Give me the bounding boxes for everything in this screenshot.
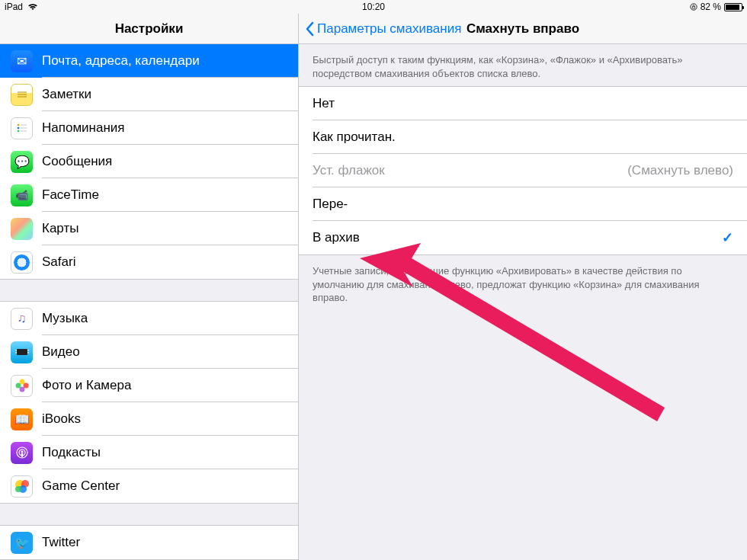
option-move[interactable]: Пере-	[299, 187, 747, 221]
svg-rect-14	[27, 352, 29, 354]
detail-pane: Быстрый доступ к таким функциям, как «Ко…	[299, 44, 747, 560]
sidebar-item-twitter[interactable]: 🐦 Twitter	[0, 526, 298, 559]
sidebar-item-facetime[interactable]: 📹 FaceTime	[0, 178, 298, 212]
page-title-master: Настройки	[115, 21, 184, 37]
sidebar-item-label: Фото и Камера	[42, 378, 131, 393]
reminders-icon	[11, 117, 33, 139]
nav-bar: Настройки Параметры смахивания Смахнуть …	[0, 14, 747, 44]
nav-detail: Параметры смахивания Смахнуть вправо	[299, 14, 747, 43]
sidebar-item-reminders[interactable]: Напоминания	[0, 111, 298, 145]
svg-rect-12	[15, 352, 17, 354]
svg-point-6	[17, 130, 19, 133]
option-archive[interactable]: В архив ✓	[299, 221, 747, 254]
option-label: В архив	[313, 230, 360, 245]
twitter-icon: 🐦	[11, 532, 33, 554]
option-label: Нет	[313, 96, 335, 111]
sidebar-item-label: Видео	[42, 344, 80, 360]
sidebar-item-label: Заметки	[42, 87, 91, 102]
sidebar-item-video[interactable]: Видео	[0, 335, 298, 369]
sidebar-item-label: Музыка	[42, 311, 88, 326]
sidebar-item-label: Напоминания	[42, 120, 125, 136]
option-none[interactable]: Нет	[299, 87, 747, 120]
battery-percent: 82 %	[701, 2, 721, 12]
sidebar[interactable]: ✉ Почта, адреса, календари Заметки Напом…	[0, 44, 299, 560]
facetime-icon: 📹	[11, 184, 33, 206]
notes-icon	[11, 84, 33, 106]
svg-rect-10	[17, 349, 27, 355]
option-label: Пере-	[313, 197, 348, 212]
sidebar-group-2: ♫ Музыка Видео Фото и Камера 📖 iBooks	[0, 301, 298, 504]
svg-point-4	[17, 124, 19, 126]
svg-point-15	[19, 379, 24, 385]
status-bar: iPad 10:20 82 %	[0, 0, 747, 14]
sidebar-group-3: 🐦 Twitter	[0, 525, 298, 560]
maps-icon	[11, 218, 33, 240]
back-button[interactable]: Параметры смахивания	[299, 21, 461, 37]
sidebar-item-label: Twitter	[42, 535, 80, 550]
sidebar-item-ibooks[interactable]: 📖 iBooks	[0, 402, 298, 436]
screen: iPad 10:20 82 % Настройки Параметры смах…	[0, 0, 747, 560]
mail-icon: ✉	[11, 50, 33, 72]
sidebar-item-label: Сообщения	[42, 154, 112, 169]
svg-rect-13	[27, 350, 29, 351]
ibooks-icon: 📖	[11, 408, 33, 430]
status-time: 10:20	[362, 2, 385, 12]
sidebar-group-1: ✉ Почта, адреса, календари Заметки Напом…	[0, 44, 298, 280]
sidebar-item-label: Почта, адреса, календари	[42, 53, 200, 69]
option-label: Как прочитан.	[313, 130, 396, 145]
sidebar-item-podcasts[interactable]: Подкасты	[0, 436, 298, 469]
back-label: Параметры смахивания	[317, 21, 461, 37]
sidebar-item-label: Safari	[42, 254, 75, 270]
option-label: Уст. флажок	[313, 163, 385, 178]
music-icon: ♫	[11, 308, 33, 330]
sidebar-item-notes[interactable]: Заметки	[0, 78, 298, 111]
sidebar-item-photos[interactable]: Фото и Камера	[0, 369, 298, 402]
svg-point-0	[690, 4, 696, 10]
podcasts-icon	[11, 442, 33, 464]
svg-rect-11	[15, 350, 17, 351]
body: ✉ Почта, адреса, календари Заметки Напом…	[0, 44, 747, 560]
svg-point-21	[21, 450, 23, 453]
sidebar-item-label: FaceTime	[42, 187, 99, 203]
orientation-lock-icon	[690, 3, 697, 11]
video-icon	[11, 341, 33, 363]
svg-point-5	[17, 127, 19, 130]
svg-point-17	[19, 387, 24, 392]
nav-master: Настройки	[0, 14, 299, 43]
detail-bottom-hint: Учетные записи, включившие функцию «Архи…	[299, 255, 747, 311]
photos-icon	[11, 375, 33, 397]
status-right: 82 %	[690, 2, 742, 12]
svg-point-18	[15, 383, 21, 389]
sidebar-item-label: Game Center	[42, 478, 120, 494]
messages-icon: 💬	[11, 151, 33, 173]
sidebar-item-label: Подкасты	[42, 445, 101, 460]
option-flag: Уст. флажок (Смахнуть влево)	[299, 154, 747, 187]
svg-point-16	[23, 383, 28, 389]
sidebar-item-label: iBooks	[42, 411, 81, 427]
svg-point-25	[15, 486, 21, 492]
sidebar-item-maps[interactable]: Карты	[0, 212, 298, 245]
sidebar-item-safari[interactable]: Safari	[0, 245, 298, 279]
checkmark-icon: ✓	[722, 229, 733, 246]
device-label: iPad	[5, 2, 23, 12]
gamecenter-icon	[11, 475, 33, 498]
sidebar-item-label: Карты	[42, 221, 79, 236]
safari-icon	[11, 251, 33, 274]
detail-top-hint: Быстрый доступ к таким функциям, как «Ко…	[299, 44, 747, 86]
status-left: iPad	[5, 2, 38, 12]
chevron-left-icon	[305, 21, 314, 37]
option-mark-read[interactable]: Как прочитан.	[299, 120, 747, 154]
option-subtext: (Смахнуть влево)	[627, 163, 733, 178]
swipe-options-list: Нет Как прочитан. Уст. флажок (Смахнуть …	[299, 86, 747, 255]
sidebar-item-mail[interactable]: ✉ Почта, адреса, календари	[0, 44, 298, 78]
sidebar-item-music[interactable]: ♫ Музыка	[0, 302, 298, 335]
sidebar-item-gamecenter[interactable]: Game Center	[0, 469, 298, 503]
wifi-icon	[27, 3, 38, 11]
page-title-detail: Смахнуть вправо	[466, 21, 579, 37]
sidebar-item-messages[interactable]: 💬 Сообщения	[0, 145, 298, 178]
battery-icon	[724, 3, 742, 11]
